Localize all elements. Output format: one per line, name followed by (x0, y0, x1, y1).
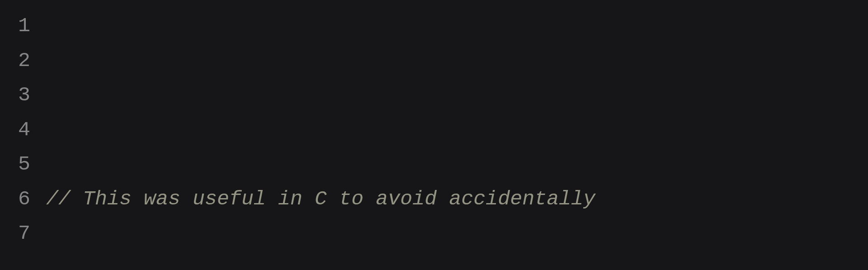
line-number: 4 (18, 113, 30, 148)
line-number: 2 (18, 44, 30, 79)
line-number: 5 (18, 147, 30, 182)
line-number: 7 (18, 217, 30, 251)
code-content[interactable]: // This was useful in C to avoid acciden… (46, 9, 868, 270)
comment-text: // This was useful in C to avoid acciden… (46, 188, 595, 211)
line-number-gutter: 1 2 3 4 5 6 7 (18, 9, 46, 270)
code-editor[interactable]: 1 2 3 4 5 6 7 // This was useful in C to… (18, 9, 868, 270)
line-number: 3 (18, 78, 30, 113)
line-number: 1 (18, 9, 30, 44)
line-number: 6 (18, 182, 30, 217)
code-line-2: // This was useful in C to avoid acciden… (46, 182, 868, 217)
code-line-1 (46, 78, 868, 113)
